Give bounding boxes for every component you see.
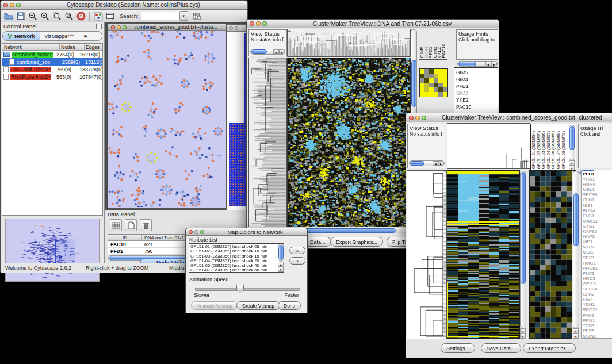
- close-icon[interactable]: [189, 230, 193, 234]
- tv2-row-dendrogram[interactable]: [407, 171, 446, 339]
- tv2-column-label[interactable]: GPL51-01 (GSM854): [531, 131, 536, 169]
- tv2-heatmap-vscrollbar[interactable]: [520, 171, 526, 328]
- tv2-column-dendrogram[interactable]: [447, 124, 530, 168]
- tv2-column-label[interactable]: GPL51-03 (GSM856): [541, 131, 545, 169]
- new-doc-icon[interactable]: [125, 219, 137, 231]
- network-canvas-2[interactable]: [227, 32, 248, 208]
- zoom-selected-icon[interactable]: [52, 11, 62, 21]
- tv1-row-label[interactable]: GIM4: [456, 76, 498, 83]
- tv2-gene-label[interactable]: CPA2: [583, 292, 612, 297]
- attribute-list-vscrollbar[interactable]: [278, 244, 284, 262]
- tv2-column-label[interactable]: GPL51-07 (GSM868): [556, 131, 560, 169]
- tv1-zoom-thumbnail[interactable]: [419, 68, 448, 97]
- tv2-gene-label[interactable]: HAP3: [583, 234, 612, 239]
- zoom-window-icon[interactable]: [200, 230, 204, 234]
- close-icon[interactable]: [409, 116, 414, 120]
- save-icon[interactable]: [16, 11, 25, 21]
- tv2-gene-label[interactable]: ELG1: [583, 213, 612, 219]
- zoom-fit-icon[interactable]: [64, 11, 74, 21]
- network-list-header[interactable]: Network Nodes Edges: [2, 44, 102, 51]
- tv2-column-label[interactable]: GPL51-04 (GSM857): [546, 131, 550, 169]
- tv2-gene-label[interactable]: MSI1: [583, 250, 612, 255]
- minimize-icon[interactable]: [117, 25, 121, 29]
- settings-button[interactable]: Settings...: [441, 343, 475, 353]
- tab-network[interactable]: Network: [3, 32, 40, 40]
- close-icon[interactable]: [230, 26, 233, 30]
- network-row[interactable]: combined_sco2569(6)13112(15): [2, 58, 102, 66]
- dialog-title-bar[interactable]: Map Colors to Network: [186, 228, 307, 236]
- zoom-window-icon[interactable]: [16, 3, 21, 7]
- tv1-hints-hscrollbar[interactable]: ◀ ▶: [457, 61, 498, 67]
- tv2-gene-list[interactable]: PFD1YRA1RNR4MSL1SPC98CLN1NIS1BUD4ELG1MAK…: [581, 171, 612, 339]
- main-title-bar[interactable]: Cytoscape Desktop (Session Name: collins…: [1, 1, 247, 10]
- tv2-gene-label[interactable]: KAP95: [583, 229, 612, 234]
- tab-vizmapper[interactable]: VizMapper™: [40, 32, 80, 40]
- zoom-out-icon[interactable]: [28, 11, 37, 21]
- move-up-button[interactable]: ∧: [289, 247, 305, 254]
- tv2-status-hscrollbar[interactable]: ◀ ▶: [409, 160, 445, 166]
- done-button[interactable]: Done: [278, 301, 301, 310]
- save-data-button[interactable]: Save Data...: [481, 343, 521, 353]
- tv2-gene-label[interactable]: PHO81: [583, 266, 612, 271]
- tv2-gene-label[interactable]: MAK31: [583, 219, 612, 224]
- minimize-icon[interactable]: [235, 26, 238, 30]
- tv2-column-label[interactable]: GPL51-08 (GSM872): [561, 131, 565, 169]
- network-view-title-bar[interactable]: combined_scores_good.txt--cluste...: [108, 24, 226, 31]
- tv1-status-hscrollbar[interactable]: ◀ ▶: [250, 49, 285, 55]
- network-row[interactable]: RNAPuberNov2+563(0)107847(0): [2, 73, 102, 81]
- tv1-row-label[interactable]: GIM3: [456, 90, 498, 97]
- tv2-gene-label[interactable]: PFD1: [583, 171, 612, 177]
- tv2-gene-label[interactable]: NTR2: [583, 244, 612, 250]
- tv2-gene-label[interactable]: YRA1: [583, 177, 612, 182]
- tv2-gene-label[interactable]: MON2: [583, 334, 612, 339]
- attribute-item[interactable]: GPL51-07 (GSM868) heat shock 60 min: [190, 268, 284, 273]
- tv2-gene-label[interactable]: RNR4: [583, 182, 612, 187]
- tv2-genes-vscrollbar[interactable]: [573, 171, 579, 328]
- export-graphics-button[interactable]: Export Graphics...: [523, 343, 576, 353]
- tv1-row-label[interactable]: YKE2: [456, 97, 498, 104]
- network-row[interactable]: DNA and Tran 07769(0)183728(0): [2, 66, 102, 73]
- close-icon[interactable]: [3, 3, 8, 7]
- float-panel-icon[interactable]: [96, 24, 102, 29]
- grid-icon[interactable]: [110, 219, 122, 231]
- tv2-gene-label[interactable]: SPC98: [583, 192, 612, 197]
- snapshot-icon[interactable]: [105, 11, 115, 21]
- open-icon[interactable]: [3, 11, 13, 21]
- tv2-column-label[interactable]: GPL51-06 (GSM865): [551, 131, 555, 169]
- tv2-gene-label[interactable]: VIP1: [583, 239, 612, 244]
- tv2-gene-label[interactable]: PUF3: [583, 271, 612, 276]
- tv1-row-label[interactable]: PFD1: [456, 83, 498, 90]
- network-view-2-title-bar[interactable]: [227, 25, 248, 32]
- tv2-gene-label[interactable]: HMG1: [583, 260, 612, 266]
- tv1-row-label[interactable]: PAC10: [456, 104, 498, 110]
- move-down-button[interactable]: ∨: [289, 257, 305, 265]
- create-vizmap-button[interactable]: Create Vizmap: [236, 301, 280, 310]
- tv2-gene-label[interactable]: RPO21: [583, 307, 612, 312]
- tv2-heatmap-canvas[interactable]: [447, 171, 519, 338]
- tv1-heatmap-canvas[interactable]: [288, 58, 410, 227]
- tv2-gene-label[interactable]: SEC24: [583, 286, 612, 292]
- tv2-gene-label[interactable]: TCB3: [583, 323, 612, 328]
- tv1-column-dendrogram[interactable]: [288, 29, 410, 56]
- close-icon[interactable]: [111, 25, 115, 29]
- animation-speed-slider[interactable]: [195, 288, 300, 291]
- tv2-gene-label[interactable]: FIG4: [583, 297, 612, 302]
- minimize-icon[interactable]: [256, 21, 261, 26]
- tv2-gene-label[interactable]: RPN1: [583, 318, 612, 323]
- delete-icon[interactable]: [140, 219, 152, 231]
- tv2-gene-label[interactable]: GPI16: [583, 281, 612, 286]
- slider-thumb[interactable]: [236, 285, 244, 293]
- tv2-gene-label[interactable]: YSH1: [583, 302, 612, 307]
- export-graphics-button[interactable]: Export Graphics...: [330, 237, 383, 247]
- network-canvas[interactable]: [108, 31, 225, 207]
- tv1-title-bar[interactable]: ClusterMaker TreeView : DNA and Tran 07-…: [247, 20, 499, 28]
- minimize-icon[interactable]: [415, 116, 420, 120]
- tv1-column-label[interactable]: PAC10: [441, 44, 446, 58]
- tv2-title-bar[interactable]: ClusterMaker TreeView : combined_scores_…: [406, 113, 612, 122]
- attribute-table-icon[interactable]: [192, 11, 202, 21]
- tv1-row-dendrogram[interactable]: [249, 58, 286, 227]
- tv2-gene-label[interactable]: SEC1: [583, 255, 612, 260]
- zoom-window-icon[interactable]: [422, 116, 426, 120]
- tv2-gene-label[interactable]: HRD3: [583, 276, 612, 281]
- search-dropdown-button[interactable]: ▼: [180, 11, 188, 21]
